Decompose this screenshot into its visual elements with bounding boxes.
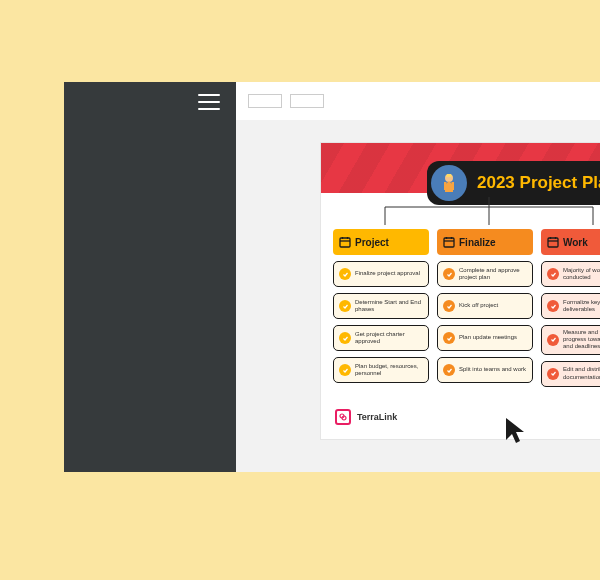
task-label: Formalize key deliverables	[563, 299, 600, 313]
task-label: Finalize project approval	[355, 270, 420, 277]
column-work: Work Majority of work conducted Formaliz…	[541, 229, 600, 387]
column-header-finalize: Finalize	[437, 229, 533, 255]
column-header-work: Work	[541, 229, 600, 255]
topbar	[236, 82, 600, 120]
task-card[interactable]: Kick off project	[437, 293, 533, 319]
tree-connector-lines	[369, 197, 600, 229]
check-icon	[339, 364, 351, 376]
check-icon	[443, 364, 455, 376]
check-icon	[547, 368, 559, 380]
task-card[interactable]: Majority of work conducted	[541, 261, 600, 287]
task-card[interactable]: Finalize project approval	[333, 261, 429, 287]
calendar-icon	[443, 236, 455, 248]
task-card[interactable]: Get project charter approved	[333, 325, 429, 351]
task-card[interactable]: Split into teams and work	[437, 357, 533, 383]
document-title: 2023 Project Plan	[477, 173, 600, 193]
document-footer: TerraLink	[321, 399, 600, 439]
task-label: Get project charter approved	[355, 331, 423, 345]
toolbar-slot[interactable]	[290, 94, 324, 108]
main-area: 2023 Project Plan Project Fina	[236, 82, 600, 472]
task-label: Majority of work conducted	[563, 267, 600, 281]
column-project: Project Finalize project approval Determ…	[333, 229, 429, 387]
task-card[interactable]: Determine Start and End phases	[333, 293, 429, 319]
document-canvas: 2023 Project Plan Project Fina	[320, 142, 600, 440]
brand-icon	[335, 409, 351, 425]
column-label: Finalize	[459, 237, 496, 248]
task-card[interactable]: Measure and track progress toward goals …	[541, 325, 600, 355]
task-label: Plan budget, resources, personnel	[355, 363, 423, 377]
svg-rect-2	[452, 182, 455, 190]
hamburger-menu-icon[interactable]	[198, 94, 220, 110]
check-icon	[339, 332, 351, 344]
check-icon	[443, 332, 455, 344]
check-icon	[547, 300, 559, 312]
column-header-project: Project	[333, 229, 429, 255]
toolbar-slot[interactable]	[248, 94, 282, 108]
svg-rect-7	[444, 238, 454, 247]
app-frame: 2023 Project Plan Project Fina	[64, 82, 600, 472]
column-label: Work	[563, 237, 588, 248]
check-icon	[547, 334, 559, 346]
task-label: Complete and approve project plan	[459, 267, 527, 281]
document-header-banner: 2023 Project Plan	[321, 143, 600, 193]
check-icon	[339, 300, 351, 312]
task-card[interactable]: Edit and distribute key documentation	[541, 361, 600, 387]
check-icon	[547, 268, 559, 280]
svg-rect-1	[444, 182, 447, 190]
column-label: Project	[355, 237, 389, 248]
check-icon	[443, 300, 455, 312]
task-card[interactable]: Complete and approve project plan	[437, 261, 533, 287]
task-label: Plan update meetings	[459, 334, 517, 341]
sidebar	[64, 82, 236, 472]
calendar-icon	[547, 236, 559, 248]
task-card[interactable]: Plan update meetings	[437, 325, 533, 351]
task-card[interactable]: Plan budget, resources, personnel	[333, 357, 429, 383]
task-label: Measure and track progress toward goals …	[563, 329, 600, 351]
check-icon	[339, 268, 351, 280]
task-label: Determine Start and End phases	[355, 299, 423, 313]
svg-rect-11	[548, 238, 558, 247]
tree-area: Project Finalize project approval Determ…	[321, 193, 600, 399]
brand-name: TerraLink	[357, 412, 397, 422]
columns-row: Project Finalize project approval Determ…	[333, 229, 600, 387]
task-label: Kick off project	[459, 302, 498, 309]
task-label: Split into teams and work	[459, 366, 526, 373]
column-finalize: Finalize Complete and approve project pl…	[437, 229, 533, 387]
task-card[interactable]: Formalize key deliverables	[541, 293, 600, 319]
svg-rect-3	[340, 238, 350, 247]
check-icon	[443, 268, 455, 280]
mouse-cursor-icon	[504, 416, 530, 446]
calendar-icon	[339, 236, 351, 248]
task-label: Edit and distribute key documentation	[563, 366, 600, 380]
